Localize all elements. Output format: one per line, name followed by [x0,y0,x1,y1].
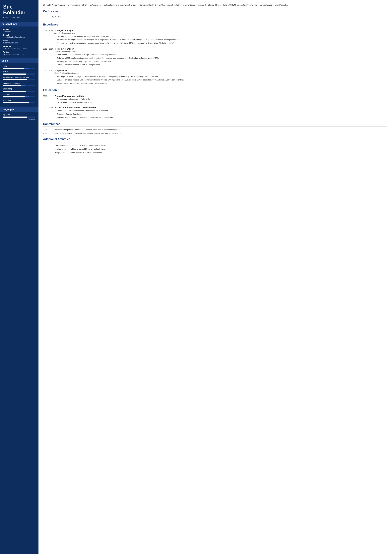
bullet: Ran project to install hour-by-hour WIP … [57,75,387,78]
edu-item-1-content: Project Management Institute Commended b… [55,95,387,104]
skills-heading: Skills [0,58,38,63]
activity-3: Run project management podcast with 2,50… [43,151,387,155]
edu-item-2-bullets: Received the Wilson Independent Study Aw… [55,109,387,119]
conferences-heading: Conferences [43,122,387,126]
skills-section: Agile Scrum Business Process Improvement… [3,65,35,105]
phone-value: 508-312-7122 [3,30,35,33]
skill-leadership-fill [3,90,26,92]
skill-scrum: Scrum [3,71,35,75]
skill-agile-accent [24,68,29,69]
exp-job-3-company: Rigas-Bratland Manufacturing [55,72,387,74]
personal-info-heading: Personal Info [0,22,38,27]
skill-vendor-bar [3,85,35,86]
lang-spanish-bar [3,117,35,118]
education-section: Education 2012 Project Management Instit… [43,89,387,119]
exp-job-2-company: Rigas-Bratland Manufacturing [55,50,387,52]
exp-job-1-company: Accurit International, Inc. [55,32,387,34]
skill-scrum-bar [3,74,35,75]
bullet: Switched all 235 employees to new schedu… [57,57,387,60]
experience-section: Experience 2014 - 2018 IT Project Manage… [43,23,387,85]
skill-communication-bar [3,102,35,103]
lang-spanish: Spanish Advanced [3,114,35,120]
phone-label: Phone [3,28,35,30]
languages-section: Spanish Advanced [3,114,35,122]
linkedin-item: LinkedIn linkedin.com/in/sueqbolander [3,45,35,49]
exp-job-1: 2014 - 2018 IT Project Manager Accurit I… [43,29,387,45]
exp-job-1-title: IT Project Manager [55,29,387,32]
conferences-divider [43,126,387,127]
skill-collaboration-accent [25,96,29,97]
skill-agile: Agile [3,65,35,69]
conf-item-1: 2018 Northeast Shingo Lean Conference, S… [43,129,387,131]
exp-job-3-dates: 2011 - 2012 [43,69,55,85]
bullet: Through implementing standardized work a… [57,42,387,45]
skill-communication-fill [3,102,29,103]
skill-leadership-label: Leadership [3,88,35,90]
bullet: Team leader for 12 IT specialists in hig… [57,53,387,56]
bullet: Oversaw all major IT projects for 4+ yea… [57,35,387,38]
skill-collaboration-bar [3,96,35,97]
summary-text: Strong IT Project Management Professiona… [43,3,387,7]
main-content: Strong IT Project Management Professiona… [38,0,392,554]
edu-item-1: 2012 Project Management Institute Commen… [43,95,387,104]
email-label: E-mail [3,34,35,36]
certificates-heading: Certificates [43,10,387,13]
skill-scrum-fill [3,74,26,75]
skill-bpi-label: Business Process Improvement [3,76,35,78]
twitter-value: twitter.com/sueqbolander [3,53,35,55]
exp-job-1-bullets: Oversaw all major IT projects for 4+ yea… [55,35,387,45]
exp-job-2-dates: 2012 - 2014 [43,48,55,67]
additional-heading: Additional Activities [43,138,387,141]
activity-2: Lead competitive road biking team of 20 … [43,147,387,151]
skill-agile-bar [3,68,35,69]
skill-vendor-fill [3,85,21,86]
conf-item-1-desc: Northeast Shingo Lean Conference, Spoke … [55,129,387,131]
exp-job-3-title: IT Specialist [55,69,387,72]
linkedin-label: LinkedIn [3,45,35,48]
bullet: Commended by instructor for Agile skills… [57,98,387,101]
skill-vendor-label: Vendor Management [3,82,35,84]
skill-leadership-bar [3,90,35,92]
edu-item-1-date: 2012 [43,95,55,104]
cert-pmi: PMP—PMI [43,16,387,20]
experience-heading: Experience [43,23,387,26]
activity-1: Project-managed construction of new cat … [43,144,387,147]
conf-item-1-year: 2018 [43,129,55,131]
sidebar: Sue Bolander PMP, IT Specialist Personal… [0,0,38,554]
bullet: Implemented Six Sigma and Lean Training … [57,38,387,41]
bullet: Managed project to replace 100+ aging wo… [57,78,387,82]
edu-item-1-institution: Project Management Institute [55,95,387,97]
skill-agile-fill [3,68,24,69]
bullet: Excelled in Project Scheduling coursewor… [57,101,387,104]
bullet: Graduated Summa Cum Laude. [57,113,387,116]
candidate-title: PMP, IT Specialist [3,16,35,19]
edu-item-1-bullets: Commended by instructor for Agile skills… [55,98,387,104]
exp-job-1-content: IT Project Manager Accurit International… [55,29,387,45]
education-heading: Education [43,89,387,92]
additional-section: Additional Activities Project-managed co… [43,138,387,155]
skill-bpi-fill [3,79,27,80]
exp-job-2: 2012 - 2014 IT Project Manager Rigas-Bra… [43,48,387,67]
www-item: WWW sueqbolander.com [3,40,35,44]
certificates-section: Certificates PMP—PMI [43,10,387,20]
skill-agile-label: Agile [3,65,35,67]
twitter-label: Twitter [3,51,35,53]
conf-item-2-desc: Change Management Conference, Led sessio… [55,132,387,134]
www-label: WWW [3,40,35,42]
certificates-divider [43,14,387,14]
email-value: sueqbolander@gmail.com [3,36,35,38]
conf-item-2-year: 2016 [43,132,55,134]
exp-job-3-content: IT Specialist Rigas-Bratland Manufacturi… [55,69,387,85]
skill-communication-label: Communication [3,99,35,101]
skill-vendor-accent [21,85,25,86]
personal-info-section: Phone 508-312-7122 E-mail sueqbolander@g… [3,28,35,57]
skill-vendor: Vendor Management [3,82,35,86]
experience-divider [43,27,387,27]
languages-heading: Languages [0,107,38,112]
skill-collaboration: Collaboration [3,93,35,97]
bullet: Received the Wilson Independent Study Aw… [57,109,387,112]
exp-job-2-title: IT Project Manager [55,48,387,50]
edu-item-2-institution: B.S. in Computer Science, UMass Boston [55,106,387,109]
bullet: Implemented new cost-tracking project to… [57,60,387,63]
exp-job-3-bullets: Ran project to install hour-by-hour WIP … [55,75,387,85]
